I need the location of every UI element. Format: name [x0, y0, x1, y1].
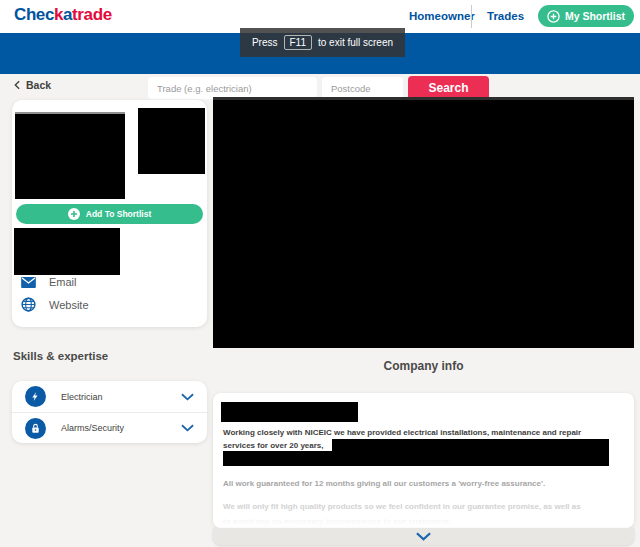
email-label: Email — [49, 276, 77, 288]
logo-text-trade: trade — [72, 5, 112, 24]
skills-expertise-heading: Skills & expertise — [13, 350, 108, 362]
nav-homeowner-link[interactable]: Homeowner — [409, 10, 475, 22]
trade-search-input[interactable] — [148, 77, 317, 99]
chevron-down-icon — [416, 532, 431, 541]
hero-media-redacted — [213, 97, 634, 348]
back-label: Back — [26, 79, 51, 91]
skill-label: Alarms/Security — [61, 423, 181, 433]
website-link[interactable]: Website — [21, 297, 89, 312]
add-to-shortlist-button[interactable]: Add To Shortlist — [16, 204, 203, 224]
fullscreen-exit-toast: Press F11 to exit full screen — [240, 28, 405, 57]
chevron-down-icon — [181, 424, 194, 432]
checkatrade-logo[interactable]: Checkatrade — [14, 5, 112, 25]
email-link[interactable]: Email — [21, 276, 77, 288]
trader-photo-redacted — [15, 112, 125, 199]
website-label: Website — [49, 299, 89, 311]
circle-plus-icon — [547, 10, 560, 23]
nav-trades-link[interactable]: Trades — [487, 10, 524, 22]
postcode-input[interactable] — [322, 77, 403, 99]
logo-tick: k — [54, 5, 63, 24]
back-link[interactable]: Back — [14, 79, 51, 91]
trader-profile-card: Add To Shortlist Email Website — [12, 100, 207, 327]
chevron-left-icon — [14, 80, 20, 90]
skills-card: Electrician Alarms/Security — [12, 381, 207, 443]
skill-row-electrician[interactable]: Electrician — [12, 381, 207, 412]
envelope-icon — [21, 277, 36, 288]
skill-row-alarms-security[interactable]: Alarms/Security — [12, 412, 207, 443]
page: Checkatrade Homeowner Trades My Shortlis… — [0, 0, 640, 547]
my-shortlist-button[interactable]: My Shortlist — [538, 5, 634, 27]
add-to-shortlist-label: Add To Shortlist — [86, 209, 151, 219]
nav-divider — [471, 5, 472, 28]
company-info-card: Working closely with NICEIC we have prov… — [213, 393, 634, 528]
toast-press-text: Press — [252, 37, 278, 48]
f11-keycap: F11 — [284, 35, 313, 50]
globe-icon — [21, 297, 36, 312]
my-shortlist-label: My Shortlist — [565, 10, 625, 22]
company-name-redacted — [221, 402, 358, 422]
chevron-down-icon — [181, 393, 194, 401]
toast-suffix-text: to exit full screen — [318, 37, 393, 48]
trader-name-redacted — [14, 228, 120, 275]
plus-circle-icon — [68, 208, 80, 220]
fade-overlay — [213, 508, 634, 528]
logo-text-mid: a — [63, 5, 72, 24]
skill-label: Electrician — [61, 392, 181, 402]
logo-text: Chec — [14, 5, 54, 24]
guarantee-paragraph: All work guaranteed for 12 months giving… — [223, 477, 625, 490]
intro-line-1: Working closely with NICEIC we have prov… — [223, 426, 625, 439]
company-info-heading: Company info — [213, 359, 634, 373]
trader-logo-redacted — [138, 108, 205, 174]
expand-company-info-button[interactable] — [213, 528, 634, 545]
padlock-icon — [25, 418, 46, 439]
intro-text-redacted — [223, 451, 609, 466]
lightning-bolt-icon — [25, 386, 46, 407]
